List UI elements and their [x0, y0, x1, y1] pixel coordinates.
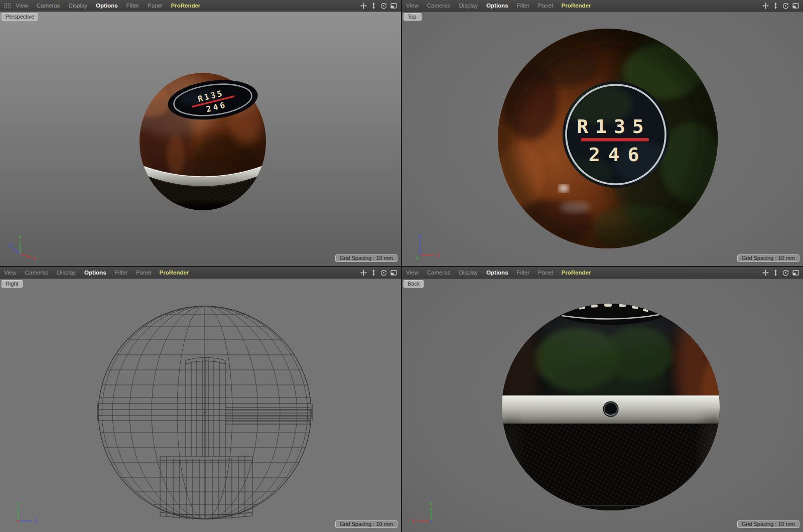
gear-knob-render-back: [402, 279, 803, 532]
menu-cameras[interactable]: Cameras: [25, 270, 49, 276]
toggle-view-icon[interactable]: [792, 3, 799, 9]
menu-options[interactable]: Options: [486, 270, 508, 276]
pan-icon[interactable]: [360, 270, 367, 276]
axis-label-x: X: [412, 518, 415, 523]
axis-label-x: X: [33, 256, 36, 261]
viewport-top: View Cameras Display Options Filter Pane…: [402, 0, 803, 266]
menu-options[interactable]: Options: [96, 3, 117, 9]
axis-label-y: Y: [430, 501, 433, 506]
menu-options[interactable]: Options: [84, 270, 106, 276]
menu-display[interactable]: Display: [57, 270, 76, 276]
menu-prorender[interactable]: ProRender: [562, 3, 591, 9]
viewport-control-icons: [762, 270, 799, 276]
menu-filter[interactable]: Filter: [517, 270, 530, 276]
viewport-menubar: View Cameras Display Options Filter Pane…: [402, 0, 803, 12]
pan-icon[interactable]: [360, 3, 367, 9]
axis-gizmo-perspective: Y Z X: [7, 232, 39, 261]
gear-knob-render-perspective: R135 246: [0, 12, 401, 266]
menu-view[interactable]: View: [406, 270, 419, 276]
menu-panel[interactable]: Panel: [148, 3, 162, 9]
axis-gizmo-top: Z X Y: [409, 232, 441, 261]
viewport-name-chip[interactable]: Back: [404, 280, 424, 288]
rotate-icon[interactable]: [380, 270, 387, 276]
shift-pattern-line: [581, 138, 649, 142]
wireframe-sphere: [97, 306, 312, 519]
wireframe-shaft: [186, 357, 225, 457]
knob-ball-top: R135 246: [496, 22, 771, 252]
menu-cameras[interactable]: Cameras: [427, 3, 451, 9]
pan-icon[interactable]: [762, 3, 769, 9]
menu-view[interactable]: View: [406, 3, 419, 9]
knob-ball-back: [495, 299, 731, 532]
viewport-perspective: View Cameras Display Options Filter Pane…: [0, 0, 401, 266]
menu-panel[interactable]: Panel: [538, 3, 553, 9]
grid-spacing-chip: Grid Spacing : 10 mm: [737, 254, 799, 262]
viewport-name-chip[interactable]: Right: [2, 280, 23, 288]
toggle-view-icon[interactable]: [390, 3, 397, 9]
viewport-canvas-right[interactable]: Right Grid Spacing : 10 mm Y Z: [0, 279, 401, 532]
knob-knurl: [502, 424, 720, 532]
menu-filter[interactable]: Filter: [517, 3, 530, 9]
dolly-zoom-icon[interactable]: [772, 270, 779, 276]
wireframe-horizontal-cylinder: [225, 408, 312, 424]
menu-filter[interactable]: Filter: [126, 3, 140, 9]
menu-view[interactable]: View: [16, 3, 28, 9]
knob-ball-perspective: R135 246: [125, 73, 270, 220]
axis-label-y: Y: [19, 235, 22, 240]
viewport-control-icons: [360, 270, 397, 276]
dolly-zoom-icon[interactable]: [370, 270, 377, 276]
axis-label-z: Z: [9, 243, 12, 248]
grid-spacing-chip: Grid Spacing : 10 mm: [737, 520, 799, 528]
dolly-zoom-icon[interactable]: [772, 3, 779, 9]
axis-gizmo-right: Y Z: [7, 498, 39, 527]
dolly-zoom-icon[interactable]: [370, 3, 377, 9]
shift-pattern-row2: 246: [589, 144, 647, 166]
gear-knob-render-top: R135 246: [402, 12, 803, 266]
grid-spacing-chip: Grid Spacing : 10 mm: [335, 520, 397, 528]
axis-label-x: X: [437, 252, 440, 257]
menu-display[interactable]: Display: [459, 270, 478, 276]
viewport-name-chip[interactable]: Perspective: [2, 13, 38, 21]
menu-panel[interactable]: Panel: [136, 270, 151, 276]
pan-icon[interactable]: [762, 270, 769, 276]
menu-panel[interactable]: Panel: [538, 270, 553, 276]
grid-spacing-chip: Grid Spacing : 10 mm: [335, 254, 397, 262]
c4d-four-view-layout: { "menu": { "items": [ {"label": "View"}…: [0, 0, 803, 532]
toggle-view-icon[interactable]: [792, 270, 799, 276]
axis-label-y: Y: [416, 256, 419, 261]
viewport-canvas-perspective[interactable]: R135 246 Perspective Grid Spacing : 10 m…: [0, 12, 401, 266]
menu-display[interactable]: Display: [68, 3, 87, 9]
axis-label-y: Y: [17, 501, 20, 506]
viewport-menubar: View Cameras Display Options Filter Pane…: [402, 267, 803, 279]
gear-knob-wireframe: [0, 279, 401, 532]
grid-dots-icon[interactable]: [4, 3, 11, 9]
viewport-control-icons: [762, 3, 799, 9]
viewport-control-icons: [360, 3, 397, 9]
menu-prorender[interactable]: ProRender: [171, 3, 201, 9]
viewport-canvas-back[interactable]: Back Grid Spacing : 10 mm Y X: [402, 279, 803, 532]
viewport-back: View Cameras Display Options Filter Pane…: [402, 267, 803, 532]
menu-prorender[interactable]: ProRender: [562, 270, 591, 276]
axis-gizmo-back: Y X: [409, 498, 441, 527]
viewport-name-chip[interactable]: Top: [404, 13, 422, 21]
menu-cameras[interactable]: Cameras: [427, 270, 451, 276]
viewport-menubar: View Cameras Display Options Filter Pane…: [0, 267, 401, 279]
rotate-icon[interactable]: [782, 270, 789, 276]
menu-cameras[interactable]: Cameras: [37, 3, 60, 9]
rotate-icon[interactable]: [782, 3, 789, 9]
viewport-canvas-top[interactable]: R135 246 Top Grid Spacing : 10 mm Z X Y: [402, 12, 803, 266]
menu-view[interactable]: View: [4, 270, 17, 276]
menu-options[interactable]: Options: [486, 3, 508, 9]
set-screw-hole: [603, 402, 619, 417]
axis-label-z: Z: [34, 518, 37, 523]
rotate-icon[interactable]: [380, 3, 387, 9]
menu-prorender[interactable]: ProRender: [160, 270, 189, 276]
toggle-view-icon[interactable]: [390, 270, 397, 276]
wireframe-base: [160, 457, 252, 519]
axis-label-z: Z: [419, 234, 422, 239]
viewport-menubar: View Cameras Display Options Filter Pane…: [0, 0, 401, 12]
menu-display[interactable]: Display: [459, 3, 478, 9]
viewport-right: View Cameras Display Options Filter Pane…: [0, 267, 401, 532]
menu-filter[interactable]: Filter: [115, 270, 128, 276]
shift-pattern-row1: R135: [577, 115, 651, 138]
